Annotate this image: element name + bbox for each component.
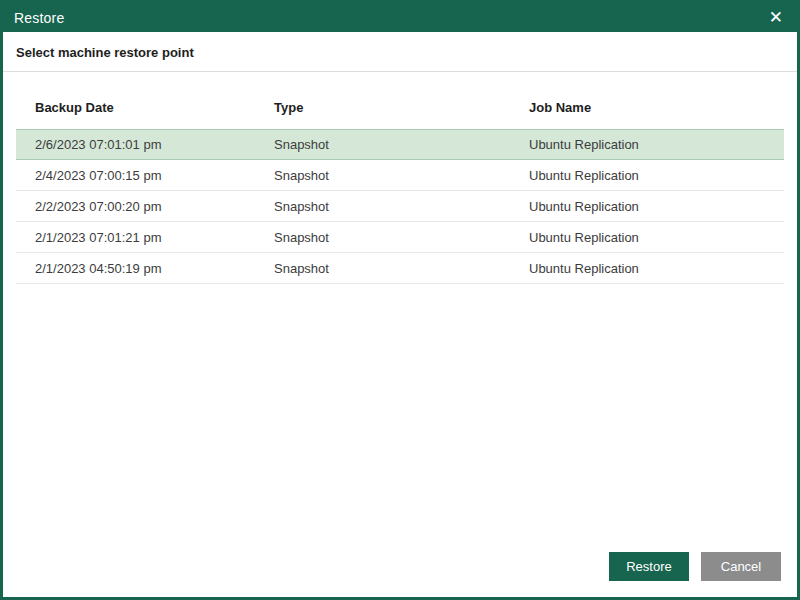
cell-type: Snapshot — [274, 168, 529, 183]
cancel-button[interactable]: Cancel — [701, 552, 781, 581]
cell-job-name: Ubuntu Replication — [529, 168, 784, 183]
cell-backup-date: 2/1/2023 04:50:19 pm — [16, 261, 274, 276]
restore-points-table: Backup Date Type Job Name 2/6/2023 07:01… — [3, 72, 797, 597]
column-header-backup-date: Backup Date — [16, 100, 274, 115]
dialog-title: Restore — [14, 10, 64, 26]
table-row[interactable]: 2/2/2023 07:00:20 pm Snapshot Ubuntu Rep… — [16, 191, 784, 222]
cell-type: Snapshot — [274, 199, 529, 214]
cell-type: Snapshot — [274, 230, 529, 245]
table-row[interactable]: 2/4/2023 07:00:15 pm Snapshot Ubuntu Rep… — [16, 160, 784, 191]
dialog-subtitle: Select machine restore point — [16, 45, 194, 60]
table-row[interactable]: 2/6/2023 07:01:01 pm Snapshot Ubuntu Rep… — [16, 129, 784, 160]
table-row[interactable]: 2/1/2023 04:50:19 pm Snapshot Ubuntu Rep… — [16, 253, 784, 284]
column-header-job-name: Job Name — [529, 100, 784, 115]
cell-backup-date: 2/2/2023 07:00:20 pm — [16, 199, 274, 214]
cell-type: Snapshot — [274, 261, 529, 276]
table-header-row: Backup Date Type Job Name — [16, 100, 784, 129]
table-body: 2/6/2023 07:01:01 pm Snapshot Ubuntu Rep… — [16, 129, 784, 284]
cell-job-name: Ubuntu Replication — [529, 199, 784, 214]
table-row[interactable]: 2/1/2023 07:01:21 pm Snapshot Ubuntu Rep… — [16, 222, 784, 253]
cell-backup-date: 2/1/2023 07:01:21 pm — [16, 230, 274, 245]
column-header-type: Type — [274, 100, 529, 115]
cell-job-name: Ubuntu Replication — [529, 230, 784, 245]
restore-button[interactable]: Restore — [609, 552, 689, 581]
cell-job-name: Ubuntu Replication — [529, 261, 784, 276]
dialog-titlebar: Restore ✕ — [3, 3, 797, 32]
cell-backup-date: 2/6/2023 07:01:01 pm — [16, 137, 274, 152]
close-icon[interactable]: ✕ — [767, 7, 785, 28]
dialog-footer: Restore Cancel — [609, 552, 781, 581]
cell-backup-date: 2/4/2023 07:00:15 pm — [16, 168, 274, 183]
dialog-subtitle-bar: Select machine restore point — [3, 32, 797, 72]
cell-job-name: Ubuntu Replication — [529, 137, 784, 152]
cell-type: Snapshot — [274, 137, 529, 152]
restore-dialog: Restore ✕ Select machine restore point B… — [0, 0, 800, 600]
